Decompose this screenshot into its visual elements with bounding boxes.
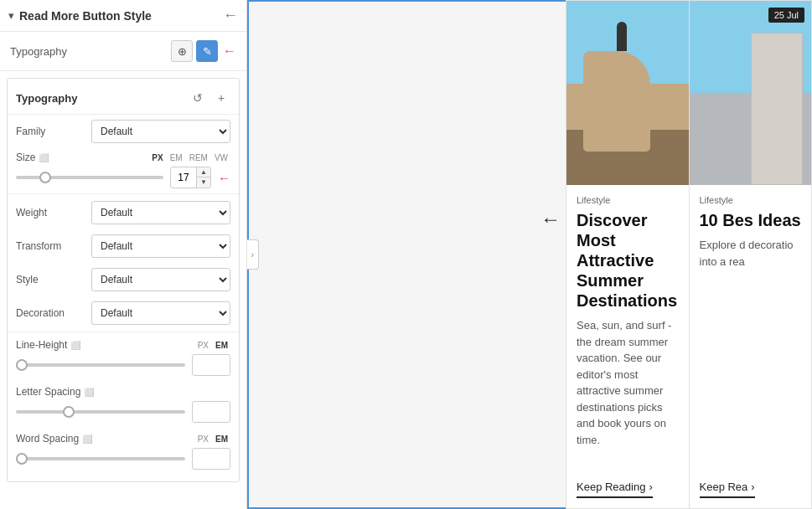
card-2-readmore-text: Keep Rea — [700, 481, 748, 493]
family-control: Default — [91, 120, 230, 143]
transform-control: Default — [91, 234, 230, 258]
line-height-slider-wrap — [16, 357, 185, 373]
reset-typography-button[interactable]: ↺ — [189, 89, 207, 107]
transform-label: Transform — [16, 240, 91, 252]
style-label: Style — [16, 274, 91, 285]
word-spacing-input[interactable] — [192, 448, 230, 470]
family-label: Family — [16, 126, 91, 137]
letter-spacing-row-top: Letter Spacing ⬜ — [16, 386, 230, 398]
globe-icon-btn[interactable]: ⊕ — [171, 40, 193, 62]
line-height-input[interactable] — [192, 354, 230, 376]
letter-spacing-slider-wrap — [16, 404, 185, 419]
letter-spacing-monitor-icon: ⬜ — [84, 388, 94, 397]
card-1-image — [566, 1, 689, 185]
line-height-units: PX EM — [195, 340, 230, 351]
lh-unit-em-button[interactable]: EM — [213, 340, 230, 351]
pencil-icon: ✎ — [203, 45, 212, 58]
word-spacing-units: PX EM — [195, 434, 230, 445]
size-label: Size ⬜ — [16, 152, 149, 163]
lh-unit-px-button[interactable]: PX — [195, 340, 211, 351]
ws-unit-px-button[interactable]: PX — [195, 434, 211, 445]
collapse-chevron-icon[interactable]: ▾ — [8, 9, 14, 22]
size-input-wrap: ▲ ▼ — [170, 167, 211, 188]
decoration-row: Decoration Default — [8, 296, 239, 330]
size-slider-wrap — [16, 170, 163, 185]
weight-select[interactable]: Default — [91, 201, 230, 224]
style-row: Style Default — [8, 263, 239, 296]
transform-row: Transform Default — [8, 229, 239, 263]
card-1-body: Lifestyle Discover Most Attractive Summe… — [566, 185, 689, 508]
card-1: Lifestyle Discover Most Attractive Summe… — [566, 0, 689, 509]
typography-section-label: Typography — [10, 45, 171, 58]
divider-1 — [8, 193, 239, 194]
size-row-bottom: ▲ ▼ ← — [16, 167, 230, 188]
family-row: Family Default — [8, 115, 239, 148]
card-1-readmore-arrow-icon: › — [649, 481, 652, 493]
card-2-readmore-arrow-icon: › — [751, 481, 754, 493]
ws-unit-em-button[interactable]: EM — [213, 434, 230, 445]
decoration-control: Default — [91, 301, 230, 325]
unit-em-button[interactable]: EM — [168, 152, 185, 163]
unit-vw-button[interactable]: VW — [212, 152, 230, 163]
style-control: Default — [91, 268, 230, 291]
letter-spacing-slider[interactable] — [16, 410, 185, 414]
word-spacing-monitor-icon: ⬜ — [82, 434, 92, 444]
card-2: 25 Jul Lifestyle 10 Bes Ideas Explore d … — [689, 0, 813, 509]
word-spacing-slider[interactable] — [16, 457, 185, 460]
word-spacing-row-top: Word Spacing ⬜ PX EM — [16, 433, 230, 445]
panel-title: Read More Button Style — [19, 9, 218, 23]
size-increment-button[interactable]: ▲ — [197, 167, 210, 177]
line-height-monitor-icon: ⬜ — [70, 341, 80, 350]
card-1-category: Lifestyle — [577, 195, 679, 205]
typography-box: Typography ↺ + Family Default Size ⬜ — [7, 78, 240, 482]
line-height-row: Line-Height ⬜ PX EM — [8, 334, 239, 381]
letter-spacing-label: Letter Spacing ⬜ — [16, 386, 230, 398]
red-arrow-typography: ← — [223, 44, 236, 59]
style-select[interactable]: Default — [91, 268, 230, 291]
word-spacing-slider-wrap — [16, 451, 185, 466]
weight-label: Weight — [16, 207, 91, 219]
weight-control: Default — [91, 201, 230, 224]
word-spacing-controls — [16, 448, 230, 470]
letter-spacing-controls — [16, 401, 230, 423]
collapse-icon: › — [251, 250, 254, 260]
transform-select[interactable]: Default — [91, 234, 230, 258]
collapse-handle[interactable]: › — [247, 239, 259, 270]
edit-icon-btn[interactable]: ✎ — [196, 40, 218, 62]
typo-box-actions: ↺ + — [189, 89, 230, 107]
unit-rem-button[interactable]: REM — [187, 152, 210, 163]
line-height-controls — [16, 354, 230, 376]
family-select[interactable]: Default — [91, 120, 230, 143]
divider-2 — [8, 332, 239, 332]
line-height-label: Line-Height ⬜ — [16, 339, 195, 351]
panel-header: ▾ Read More Button Style ← — [0, 0, 246, 32]
card-grid: Lifestyle Discover Most Attractive Summe… — [566, 0, 812, 509]
line-height-slider[interactable] — [16, 363, 185, 367]
back-arrow[interactable]: ← — [540, 208, 561, 231]
add-typography-button[interactable]: + — [212, 89, 230, 107]
card-2-body: Lifestyle 10 Bes Ideas Explore d decorat… — [690, 185, 812, 508]
line-height-row-top: Line-Height ⬜ PX EM — [16, 339, 230, 351]
card-1-readmore-link[interactable]: Keep Reading › — [577, 481, 653, 498]
typography-icons-group: ⊕ ✎ ← — [171, 40, 236, 62]
decoration-select[interactable]: Default — [91, 301, 230, 325]
size-decrement-button[interactable]: ▼ — [197, 177, 210, 188]
unit-px-button[interactable]: PX — [149, 152, 165, 163]
card-2-readmore-link[interactable]: Keep Rea › — [700, 481, 755, 498]
card-2-excerpt: Explore d decoratio into a rea — [700, 237, 802, 472]
card-2-date-badge: 25 Jul — [768, 8, 804, 23]
decoration-label: Decoration — [16, 307, 91, 319]
red-arrow-indicator: ← — [223, 7, 238, 24]
size-slider[interactable] — [16, 176, 163, 179]
card-2-image: 25 Jul — [690, 1, 812, 185]
size-spinners: ▲ ▼ — [196, 167, 210, 188]
left-panel: ▾ Read More Button Style ← Typography ⊕ … — [0, 0, 247, 509]
red-arrow-size: ← — [218, 171, 230, 185]
typo-box-title: Typography — [16, 92, 189, 105]
typography-section-row: Typography ⊕ ✎ ← — [0, 32, 246, 71]
word-spacing-row: Word Spacing ⬜ PX EM — [8, 428, 239, 475]
letter-spacing-input[interactable] — [192, 401, 230, 423]
right-panel: ← Lifestyle Discover Most Attractive Sum… — [247, 0, 812, 509]
size-row-top: Size ⬜ PX EM REM VW — [16, 152, 230, 163]
size-number-input[interactable] — [171, 170, 196, 185]
